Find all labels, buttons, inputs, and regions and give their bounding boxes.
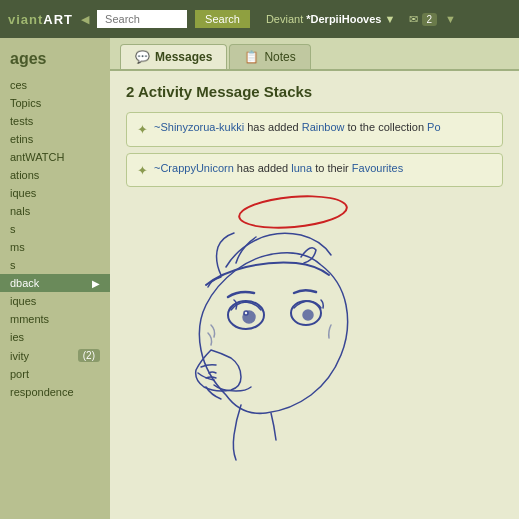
- message-text-1: ~Shinyzorua-kukki has added Rainbow to t…: [154, 119, 441, 136]
- message-stack-2: ✦ ~CrappyUnicorn has added luna to their…: [126, 153, 503, 188]
- stack-icon-2: ✦: [137, 161, 148, 181]
- collection-link-po[interactable]: Po: [427, 121, 440, 133]
- sidebar-item-topics[interactable]: Topics: [0, 94, 110, 112]
- sidebar-item-etins[interactable]: etins: [0, 130, 110, 148]
- sketch-area: [146, 195, 406, 475]
- sidebar-item-ms[interactable]: ms: [0, 238, 110, 256]
- activity-badge: (2): [78, 349, 100, 362]
- favourites-link[interactable]: Favourites: [352, 162, 403, 174]
- mail-icon[interactable]: ✉ 2: [409, 13, 437, 26]
- tab-notes-label: Notes: [264, 50, 295, 64]
- content-area: 💬 Messages 📋 Notes 2 Activity Message St…: [110, 38, 519, 519]
- search-button[interactable]: Search: [195, 10, 250, 28]
- sidebar-item-nals[interactable]: nals: [0, 202, 110, 220]
- sidebar-item-iques2[interactable]: iques: [0, 292, 110, 310]
- message-text-2: ~CrappyUnicorn has added luna to their F…: [154, 160, 403, 177]
- sidebar-item-mments[interactable]: mments: [0, 310, 110, 328]
- stack-icon-1: ✦: [137, 120, 148, 140]
- tab-notes[interactable]: 📋 Notes: [229, 44, 310, 69]
- sidebar-item-port[interactable]: port: [0, 365, 110, 383]
- sidebar-item-antwatch[interactable]: antWATCH: [0, 148, 110, 166]
- messages-tab-icon: 💬: [135, 50, 150, 64]
- user-link-crappyunicorn[interactable]: ~CrappyUnicorn: [154, 162, 234, 174]
- sidebar-item-respondence[interactable]: respondence: [0, 383, 110, 401]
- sidebar-item-tests[interactable]: tests: [0, 112, 110, 130]
- search-input[interactable]: [97, 10, 187, 28]
- tab-messages-label: Messages: [155, 50, 212, 64]
- tab-messages[interactable]: 💬 Messages: [120, 44, 227, 69]
- dropdown-arrow-icon: ▼: [385, 13, 396, 25]
- username-link[interactable]: *DerpiiHooves: [306, 13, 381, 25]
- sidebar-item-ations[interactable]: ations: [0, 166, 110, 184]
- svg-point-2: [244, 311, 248, 315]
- sidebar: ages ces Topics tests etins antWATCH ati…: [0, 38, 110, 519]
- collection-link-rainbow[interactable]: Rainbow: [302, 121, 345, 133]
- logo: viantART: [8, 12, 73, 27]
- deviation-link-luna[interactable]: luna: [291, 162, 312, 174]
- svg-point-4: [303, 310, 313, 320]
- sidebar-item-iques[interactable]: iques: [0, 184, 110, 202]
- notes-tab-icon: 📋: [244, 50, 259, 64]
- mail-badge: 2: [422, 13, 438, 26]
- sketch-image: [146, 195, 406, 475]
- sidebar-item-ies[interactable]: ies: [0, 328, 110, 346]
- deviant-label: Deviant *DerpiiHooves ▼: [266, 13, 396, 25]
- content-title: 2 Activity Message Stacks: [126, 83, 503, 100]
- content-body: 2 Activity Message Stacks ✦ ~Shinyzorua-…: [110, 71, 519, 487]
- sidebar-item-dback[interactable]: dback ▶: [0, 274, 110, 292]
- user-link-shinyzorua[interactable]: ~Shinyzorua-kukki: [154, 121, 244, 133]
- message-stack-1: ✦ ~Shinyzorua-kukki has added Rainbow to…: [126, 112, 503, 147]
- top-nav: viantART ◀ Search Deviant *DerpiiHooves …: [0, 0, 519, 38]
- mail-arrow-icon: ▼: [445, 13, 456, 25]
- sidebar-item-s[interactable]: s: [0, 220, 110, 238]
- main-layout: ages ces Topics tests etins antWATCH ati…: [0, 38, 519, 519]
- sidebar-item-ivity[interactable]: ivity (2): [0, 346, 110, 365]
- sidebar-item-ces[interactable]: ces: [0, 76, 110, 94]
- tabs: 💬 Messages 📋 Notes: [110, 38, 519, 71]
- sidebar-arrow-icon: ▶: [92, 278, 100, 289]
- nav-arrow-icon: ◀: [81, 13, 89, 26]
- sidebar-item-s2[interactable]: s: [0, 256, 110, 274]
- sidebar-title: ages: [0, 46, 110, 76]
